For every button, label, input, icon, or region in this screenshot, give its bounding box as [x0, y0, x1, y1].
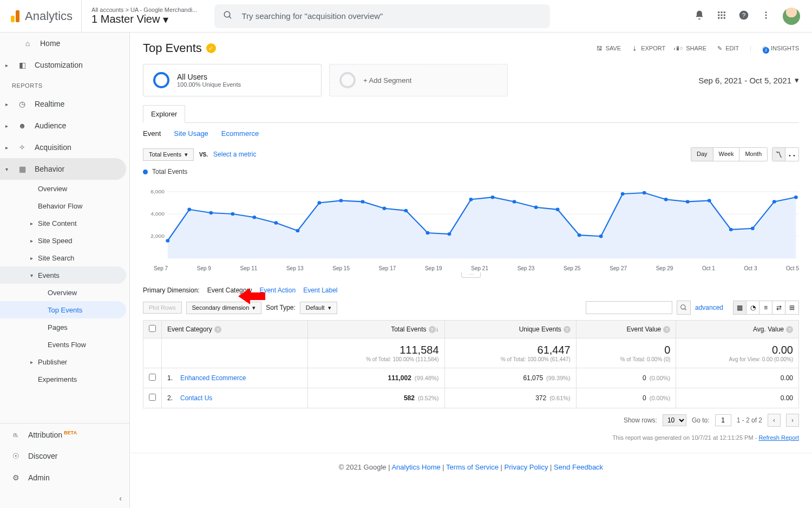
col-avg-value[interactable]: Avg. Value?	[676, 321, 799, 338]
table-search-input[interactable]	[586, 301, 672, 314]
subtab-site-usage[interactable]: Site Usage	[174, 129, 208, 138]
sidebar-site-content[interactable]: ▸Site Content	[0, 214, 129, 232]
sidebar-customization[interactable]: ▸ ◧ Customization	[0, 54, 129, 76]
advanced-filter-link[interactable]: advanced	[695, 304, 723, 311]
property-selector[interactable]: All accounts > UA - Google Merchandi... …	[82, 6, 207, 26]
svg-point-31	[339, 199, 343, 202]
share-button[interactable]: �ေSHARE	[676, 45, 706, 51]
col-unique-events[interactable]: Unique Events?	[444, 321, 576, 338]
help-icon[interactable]: ?	[429, 326, 436, 333]
help-icon[interactable]: ?	[564, 326, 571, 333]
next-page-button[interactable]: ›	[786, 414, 799, 427]
granularity-month[interactable]: Month	[739, 148, 767, 161]
export-button[interactable]: ⭳EXPORT	[632, 45, 665, 51]
col-total-events[interactable]: Total Events?↓	[308, 321, 444, 338]
view-compare-icon[interactable]: ⇄	[772, 301, 785, 314]
row-checkbox[interactable]	[149, 374, 156, 381]
select-all-checkbox[interactable]	[143, 321, 162, 338]
refresh-report-link[interactable]: Refresh Report	[758, 434, 799, 441]
events-chart[interactable]: 2,0004,0006,000	[143, 178, 799, 264]
add-segment-label: + Add Segment	[363, 76, 411, 84]
search-icon	[223, 10, 233, 22]
goto-input[interactable]	[715, 414, 731, 426]
sidebar-top-events[interactable]: Top Events	[0, 301, 126, 318]
footer-tos-link[interactable]: Terms of Service	[446, 463, 499, 471]
col-event-value[interactable]: Event Value?	[576, 321, 676, 338]
sidebar-home[interactable]: ⌂ Home	[0, 32, 129, 54]
sidebar-events[interactable]: ▾Events	[0, 266, 126, 284]
add-segment-icon	[339, 72, 356, 88]
view-table-icon[interactable]: ▦	[734, 301, 746, 314]
sidebar-attribution[interactable]: ௩ AttributionBETA	[0, 424, 129, 445]
help-icon[interactable]: ?	[738, 10, 749, 22]
subtab-event[interactable]: Event	[143, 129, 161, 138]
footer-feedback-link[interactable]: Send Feedback	[554, 463, 603, 471]
sidebar-behavior-overview[interactable]: Overview	[0, 180, 129, 197]
user-avatar[interactable]	[783, 8, 800, 25]
plot-rows-button[interactable]: Plot Rows	[143, 302, 182, 314]
segment-name: All Users	[177, 73, 241, 81]
sidebar-site-search[interactable]: ▸Site Search	[0, 249, 129, 266]
footer-home-link[interactable]: Analytics Home	[391, 463, 440, 471]
motion-chart-icon[interactable]: ⬩⬩	[785, 148, 798, 161]
apps-icon[interactable]	[717, 10, 726, 22]
help-icon[interactable]: ?	[214, 326, 221, 333]
svg-point-30	[317, 201, 321, 204]
subtab-ecommerce[interactable]: Ecommerce	[221, 129, 259, 138]
date-range-picker[interactable]: Sep 6, 2021 - Oct 5, 2021 ▾	[698, 75, 799, 85]
sidebar-collapse[interactable]: ‹	[0, 489, 129, 508]
add-segment-button[interactable]: + Add Segment	[329, 64, 508, 96]
sidebar-behavior-flow[interactable]: Behavior Flow	[0, 197, 129, 214]
metric-selector[interactable]: Total Events▾	[143, 148, 194, 161]
svg-line-54	[685, 309, 686, 310]
sidebar-publisher[interactable]: ▸Publisher	[0, 353, 129, 370]
sidebar-audience[interactable]: ▸ ☻ Audience	[0, 115, 129, 136]
row-checkbox[interactable]	[149, 394, 156, 401]
table-search-button[interactable]	[677, 301, 691, 315]
chart-resize-handle[interactable]: ⋯	[130, 272, 812, 278]
view-pie-icon[interactable]: ◔	[746, 301, 759, 314]
footer-privacy-link[interactable]: Privacy Policy	[505, 463, 548, 471]
sidebar-events-overview[interactable]: Overview	[0, 284, 129, 301]
svg-point-34	[404, 209, 408, 212]
col-event-category[interactable]: Event Category?	[162, 321, 308, 338]
edit-button[interactable]: ✎EDIT	[717, 45, 739, 52]
download-icon: ⭳	[632, 45, 638, 51]
brand-block[interactable]: Analytics	[6, 0, 82, 32]
view-pivot-icon[interactable]: ⊞	[785, 301, 798, 314]
search-input[interactable]: Try searching for "acquisition overview"	[214, 4, 550, 28]
sidebar-discover[interactable]: ☉ Discover	[0, 445, 129, 467]
save-button[interactable]: 🖫SAVE	[597, 45, 621, 51]
notifications-icon[interactable]	[694, 10, 705, 22]
line-chart-icon[interactable]: 〽	[772, 148, 785, 161]
insights-icon: ◎2	[762, 45, 768, 52]
segment-all-users[interactable]: All Users 100.00% Unique Events	[143, 64, 322, 96]
sidebar-events-flow[interactable]: Events Flow	[0, 336, 129, 353]
event-category-link[interactable]: Enhanced Ecommerce	[180, 374, 246, 382]
view-bar-icon[interactable]: ≡	[759, 301, 772, 314]
help-icon[interactable]: ?	[663, 326, 670, 333]
select-metric-link[interactable]: Select a metric	[213, 151, 256, 158]
primary-dimension-label: Primary Dimension:	[143, 286, 200, 294]
svg-point-29	[296, 229, 299, 232]
event-category-link[interactable]: Contact Us	[180, 394, 212, 402]
rows-per-page-select[interactable]: 10	[663, 414, 686, 426]
sidebar-acquisition-label: Acquisition	[35, 143, 71, 152]
insights-button[interactable]: ◎2 INSIGHTS	[762, 45, 799, 52]
sidebar-site-speed[interactable]: ▸Site Speed	[0, 232, 129, 249]
sort-type-selector[interactable]: Default ▾	[300, 302, 337, 314]
granularity-day[interactable]: Day	[691, 148, 713, 161]
sidebar-realtime[interactable]: ▸ ◷ Realtime	[0, 93, 129, 115]
tab-explorer[interactable]: Explorer	[143, 105, 185, 123]
help-icon[interactable]: ?	[786, 326, 793, 333]
brand-name: Analytics	[25, 9, 73, 23]
sidebar-behavior[interactable]: ▾ ▦ Behavior	[0, 158, 126, 180]
sidebar-acquisition[interactable]: ▸ ✧ Acquisition	[0, 136, 129, 158]
sidebar-events-pages[interactable]: Pages	[0, 318, 129, 336]
prev-page-button[interactable]: ‹	[768, 414, 781, 427]
dim-event-label[interactable]: Event Label	[303, 286, 337, 294]
sidebar-admin[interactable]: ⚙ Admin	[0, 467, 129, 489]
granularity-week[interactable]: Week	[713, 148, 740, 161]
more-icon[interactable]	[761, 10, 771, 22]
sidebar-experiments[interactable]: Experiments	[0, 370, 129, 388]
